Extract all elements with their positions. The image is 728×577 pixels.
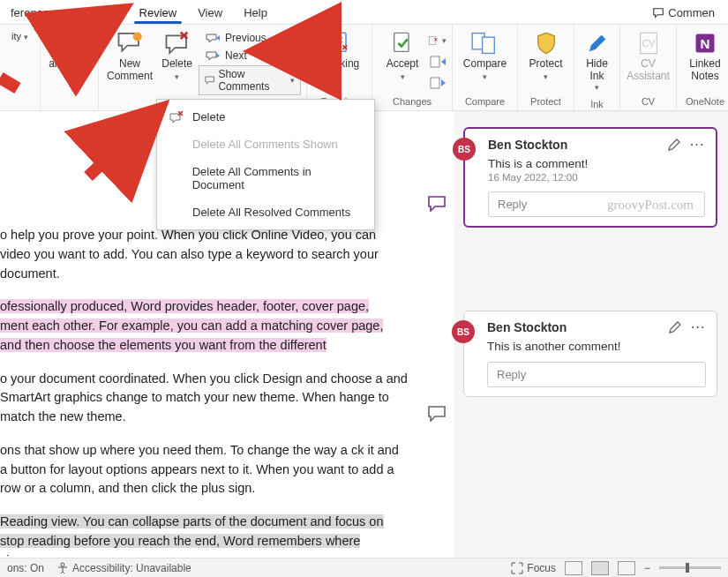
annotation-arrows [0, 0, 728, 577]
svg-line-15 [0, 78, 18, 88]
svg-line-14 [53, 16, 113, 53]
svg-line-17 [88, 116, 152, 176]
